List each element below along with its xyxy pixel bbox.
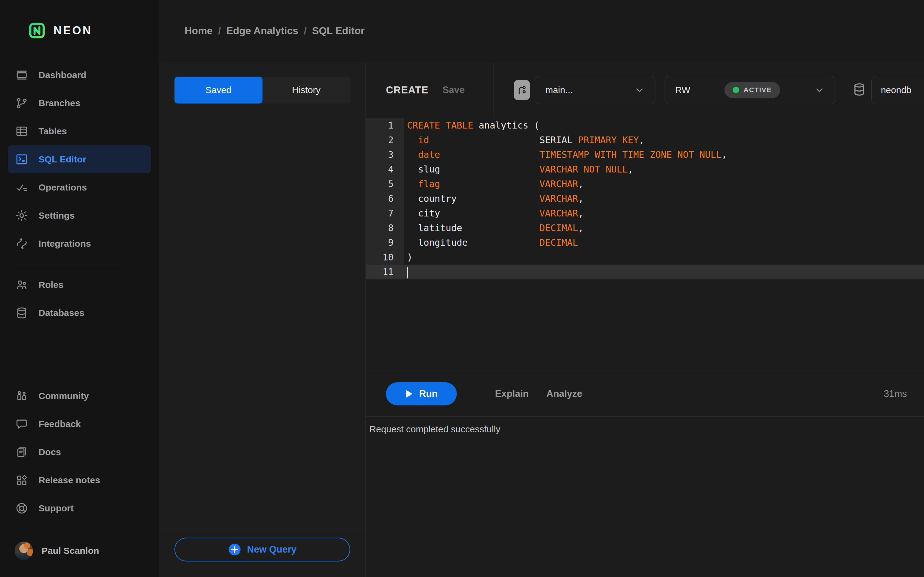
code-text: date TIMESTAMP WITH TIME ZONE NOT NULL, <box>404 147 924 162</box>
explain-button[interactable]: Explain <box>495 388 528 399</box>
code-line-8[interactable]: 8 latitude DECIMAL, <box>366 221 924 235</box>
run-label: Run <box>419 388 438 399</box>
dashboard-icon <box>15 68 29 82</box>
status-message: Request completed successfully <box>370 424 501 434</box>
code-line-1[interactable]: 1CREATE TABLE analytics ( <box>366 118 924 133</box>
code-line-5[interactable]: 5 flag VARCHAR, <box>366 177 924 192</box>
run-button[interactable]: Run <box>386 382 457 405</box>
sidebar-item-label: Databases <box>39 308 84 318</box>
queries-panel: SavedHistory New Query <box>159 62 366 577</box>
query-duration: 31ms <box>884 388 907 399</box>
sidebar-item-label: Support <box>39 503 74 514</box>
code-line-6[interactable]: 6 country VARCHAR, <box>366 192 924 206</box>
code-line-3[interactable]: 3 date TIMESTAMP WITH TIME ZONE NOT NULL… <box>366 147 924 162</box>
app: NEON DashboardBranchesTablesSQL EditorOp… <box>0 0 924 577</box>
header-divider <box>493 62 494 118</box>
sidebar-item-label: Settings <box>39 210 74 221</box>
plus-icon <box>228 543 241 556</box>
status-badge-label: ACTIVE <box>744 86 772 94</box>
sidebar-item-operations[interactable]: Operations <box>8 173 151 201</box>
branch-select[interactable]: main... <box>535 76 656 104</box>
sql-code-editor[interactable]: 1CREATE TABLE analytics (2 id SERIAL PRI… <box>366 118 924 371</box>
code-text: slug VARCHAR NOT NULL, <box>404 162 924 177</box>
breadcrumb-item-sql-editor: SQL Editor <box>312 25 365 37</box>
sidebar-item-label: Branches <box>39 98 80 108</box>
sidebar-item-integrations[interactable]: Integrations <box>8 230 151 258</box>
run-bar-divider <box>476 385 476 403</box>
editor-header: CREATE Save main... <box>366 62 924 118</box>
line-number: 10 <box>366 250 404 265</box>
sidebar-item-tables[interactable]: Tables <box>8 117 151 145</box>
feedback-icon <box>15 417 29 431</box>
breadcrumb-item-home[interactable]: Home <box>184 25 213 37</box>
sidebar-item-docs[interactable]: Docs <box>8 438 151 466</box>
integrations-icon <box>15 237 29 251</box>
line-number: 9 <box>366 235 404 250</box>
code-line-4[interactable]: 4 slug VARCHAR NOT NULL, <box>366 162 924 177</box>
queries-panel-header: SavedHistory <box>159 62 365 118</box>
main-area: Home/Edge Analytics/SQL Editor SavedHist… <box>159 0 924 577</box>
user-menu[interactable]: Paul Scanlon <box>8 535 151 566</box>
branch-icon[interactable] <box>514 80 530 100</box>
sidebar-item-sql-editor[interactable]: SQL Editor <box>8 145 151 173</box>
chevron-down-icon <box>634 85 645 95</box>
settings-icon <box>15 208 29 222</box>
line-number: 8 <box>366 221 404 235</box>
sidebar-item-support[interactable]: Support <box>8 494 151 522</box>
sidebar-item-settings[interactable]: Settings <box>8 201 151 230</box>
code-line-11[interactable]: 11 <box>366 265 924 279</box>
code-line-2[interactable]: 2 id SERIAL PRIMARY KEY, <box>366 133 924 147</box>
brand-logo[interactable]: NEON <box>0 0 159 61</box>
line-number: 11 <box>366 265 404 279</box>
run-bar: Run Explain Analyze 31ms <box>366 371 924 417</box>
line-number: 6 <box>366 192 404 206</box>
saved-queries-list[interactable] <box>159 118 365 529</box>
saved-history-toggle: SavedHistory <box>174 77 350 103</box>
breadcrumb-separator: / <box>304 25 307 37</box>
nav-group-secondary: RolesDatabases <box>8 271 151 327</box>
sidebar-item-label: Feedback <box>39 419 81 429</box>
code-text: id SERIAL PRIMARY KEY, <box>404 133 924 147</box>
queries-panel-footer: New Query <box>159 529 365 577</box>
breadcrumb-item-edge-analytics[interactable]: Edge Analytics <box>226 25 298 37</box>
operations-icon <box>15 181 29 195</box>
line-number: 1 <box>366 118 404 133</box>
sidebar-item-label: Roles <box>39 280 63 290</box>
sidebar-item-roles[interactable]: Roles <box>8 271 151 299</box>
code-line-9[interactable]: 9 longitude DECIMAL <box>366 235 924 250</box>
database-select[interactable]: neondb <box>871 76 924 104</box>
sidebar-item-release-notes[interactable]: Release notes <box>8 466 151 494</box>
code-text: country VARCHAR, <box>404 192 924 206</box>
save-button[interactable]: Save <box>443 85 464 95</box>
code-text: longitude DECIMAL <box>404 235 924 250</box>
topbar: Home/Edge Analytics/SQL Editor <box>159 0 924 62</box>
code-text: latitude DECIMAL, <box>404 221 924 235</box>
code-text <box>404 265 924 279</box>
new-query-button[interactable]: New Query <box>174 538 350 561</box>
sidebar-item-community[interactable]: Community <box>8 382 151 410</box>
sidebar-item-dashboard[interactable]: Dashboard <box>8 61 151 89</box>
line-number: 7 <box>366 206 404 221</box>
sidebar-item-branches[interactable]: Branches <box>8 89 151 117</box>
sql-editor-panel: CREATE Save main... <box>366 62 924 577</box>
code-text: flag VARCHAR, <box>404 177 924 192</box>
tab-history[interactable]: History <box>262 77 351 103</box>
branch-select-value: main... <box>545 85 573 95</box>
breadcrumb-separator: / <box>218 25 221 37</box>
play-icon <box>405 390 413 398</box>
status-badge: ACTIVE <box>724 82 780 98</box>
sidebar-item-databases[interactable]: Databases <box>8 299 151 327</box>
text-cursor <box>407 267 408 279</box>
code-line-10[interactable]: 10) <box>366 250 924 265</box>
sidebar-item-feedback[interactable]: Feedback <box>8 410 151 438</box>
neon-logo-icon <box>28 22 45 39</box>
code-line-7[interactable]: 7 city VARCHAR, <box>366 206 924 221</box>
nav-group-primary: DashboardBranchesTablesSQL EditorOperati… <box>8 61 151 258</box>
compute-select[interactable]: RW ACTIVE <box>665 76 835 104</box>
analyze-button[interactable]: Analyze <box>546 388 582 399</box>
line-number: 5 <box>366 177 404 192</box>
sidebar-item-label: Integrations <box>39 239 91 249</box>
results-panel: Request completed successfully <box>366 417 924 577</box>
tab-saved[interactable]: Saved <box>174 77 262 103</box>
support-icon <box>15 501 29 515</box>
